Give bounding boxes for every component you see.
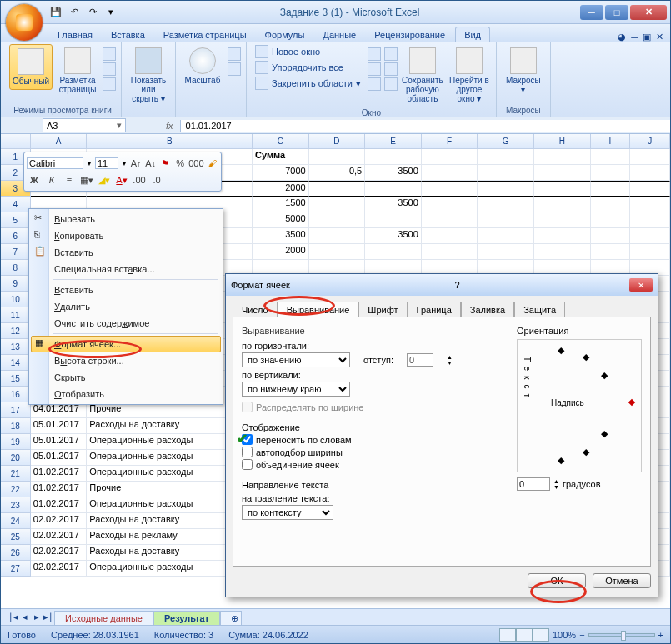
borders-icon[interactable]: ▦▾: [79, 172, 94, 187]
zoom-selection-icon[interactable]: [228, 62, 241, 76]
view-mode-layout[interactable]: [516, 628, 533, 642]
orient-handle[interactable]: [628, 399, 635, 406]
sheet-tab-new[interactable]: ⊕: [220, 611, 242, 626]
format-painter-icon[interactable]: 🖌: [206, 156, 218, 171]
view-mode-normal[interactable]: [499, 628, 516, 642]
ctx-format-cells[interactable]: ▦Формат ячеек...: [31, 336, 221, 352]
zoom-out[interactable]: −: [579, 630, 584, 640]
qat-more[interactable]: ▾: [103, 4, 119, 21]
sheet-nav-next[interactable]: ▸: [31, 612, 43, 623]
ctx-clear[interactable]: Очистить содержимое: [31, 315, 221, 332]
select-vertical[interactable]: по нижнему краю: [242, 382, 350, 397]
chk-merge[interactable]: [242, 459, 253, 470]
tab-review[interactable]: Рецензирование: [366, 27, 453, 42]
decrease-decimal-icon[interactable]: .0: [149, 172, 164, 187]
office-button[interactable]: [6, 4, 43, 41]
freeze-panes[interactable]: Закрепить области ▾: [252, 76, 364, 91]
sheet-tab-source[interactable]: Исходные данные: [54, 611, 153, 625]
window-hide-icon[interactable]: [368, 62, 381, 76]
help-icon[interactable]: ◕: [618, 32, 626, 42]
zoom-100-icon[interactable]: [228, 47, 241, 61]
save-workspace[interactable]: Сохранить рабочую область: [401, 44, 444, 107]
view-normal[interactable]: Обычный: [9, 44, 53, 90]
show-hide[interactable]: Показать или скрыть ▾: [127, 44, 170, 107]
macros[interactable]: Макросы ▾: [502, 44, 545, 97]
qat-save[interactable]: 💾: [48, 4, 64, 21]
view-pagelayout[interactable]: Разметка страницы: [56, 44, 99, 97]
new-window[interactable]: Новое окно: [252, 44, 364, 59]
sheet-nav-first[interactable]: ∣◂: [8, 612, 19, 623]
select-horizontal[interactable]: по значению: [242, 352, 350, 367]
tab-insert[interactable]: Вставка: [103, 27, 153, 42]
ctx-delete[interactable]: Удалить: [31, 298, 221, 315]
fill-color-icon[interactable]: ◢▾: [97, 172, 112, 187]
window-split-icon[interactable]: [368, 47, 381, 61]
dtab-alignment[interactable]: Выравнивание: [278, 302, 359, 317]
view-pagebreak-icon[interactable]: [103, 47, 116, 61]
percent-icon[interactable]: %: [174, 156, 187, 171]
window-resetpos-icon[interactable]: [384, 77, 398, 91]
window-unhide-icon[interactable]: [368, 77, 381, 91]
cancel-button[interactable]: Отмена: [593, 573, 651, 588]
ctx-paste[interactable]: 📋Вставить: [31, 244, 221, 261]
formula-input[interactable]: 01.01.2017: [180, 120, 670, 132]
window-syncscroll-icon[interactable]: [384, 62, 398, 76]
dtab-fill[interactable]: Заливка: [461, 302, 514, 317]
ctx-cut[interactable]: ✂Вырезать: [31, 211, 221, 227]
name-box[interactable]: A3▾: [43, 118, 126, 132]
ctx-row-height[interactable]: Высота строки...: [31, 352, 221, 369]
dialog-close[interactable]: ✕: [629, 278, 653, 292]
qat-redo[interactable]: ↷: [84, 4, 101, 21]
comma-icon[interactable]: 000: [188, 156, 203, 171]
tab-view[interactable]: Вид: [455, 27, 490, 42]
align-center-icon[interactable]: ≡: [62, 172, 77, 187]
mdi-close[interactable]: ✕: [656, 32, 663, 42]
bold-icon[interactable]: Ж: [27, 172, 42, 187]
close-button[interactable]: ✕: [630, 5, 667, 20]
shrink-font-icon[interactable]: A↓: [144, 156, 157, 171]
tab-data[interactable]: Данные: [314, 27, 364, 42]
sheet-nav-prev[interactable]: ◂: [19, 612, 31, 623]
minimize-button[interactable]: ─: [580, 5, 603, 20]
switch-windows[interactable]: Перейти в другое окно ▾: [448, 44, 491, 107]
fx-icon[interactable]: fx: [159, 121, 180, 131]
zoom[interactable]: Масштаб: [181, 44, 224, 88]
italic-icon[interactable]: К: [44, 172, 59, 187]
mini-font[interactable]: [27, 157, 83, 169]
zoom-slider[interactable]: [588, 633, 655, 637]
mdi-min[interactable]: ─: [631, 32, 638, 42]
dtab-border[interactable]: Граница: [408, 302, 461, 317]
window-sidebyside-icon[interactable]: [384, 47, 398, 61]
increase-decimal-icon[interactable]: .00: [132, 172, 147, 187]
zoom-in[interactable]: +: [658, 630, 663, 640]
dtab-font[interactable]: Шрифт: [358, 302, 407, 317]
grow-font-icon[interactable]: A↑: [130, 156, 143, 171]
view-fullscreen-icon[interactable]: [103, 77, 116, 91]
mdi-restore[interactable]: ▣: [643, 32, 651, 42]
font-color-icon[interactable]: A▾: [114, 172, 129, 187]
ctx-paste-special[interactable]: Специальная вставка...: [31, 261, 221, 277]
ok-button[interactable]: ОК: [528, 573, 586, 588]
accounting-format-icon[interactable]: ⚑: [159, 156, 172, 171]
tab-formulas[interactable]: Формулы: [257, 27, 313, 42]
sheet-tab-result[interactable]: Результат: [153, 611, 220, 625]
arrange-all[interactable]: Упорядочить все: [252, 60, 364, 75]
maximize-button[interactable]: □: [605, 5, 628, 20]
sheet-nav-last[interactable]: ▸∣: [43, 612, 54, 623]
dialog-help-icon[interactable]: ?: [454, 280, 459, 290]
chk-shrink[interactable]: [242, 447, 253, 457]
ctx-unhide[interactable]: Отобразить: [31, 386, 221, 402]
dtab-number[interactable]: Число: [233, 302, 278, 317]
tab-home[interactable]: Главная: [49, 27, 101, 42]
view-mode-break[interactable]: [533, 628, 549, 642]
qat-undo[interactable]: ↶: [66, 4, 83, 21]
input-indent[interactable]: [407, 353, 433, 367]
ctx-insert[interactable]: Вставить: [31, 282, 221, 298]
dialog-titlebar[interactable]: Формат ячеек ? ✕: [226, 274, 658, 296]
tab-pagelayout[interactable]: Разметка страницы: [155, 27, 255, 42]
input-degrees[interactable]: [517, 477, 550, 491]
zoom-level[interactable]: 100%: [553, 630, 576, 640]
mini-size[interactable]: [95, 157, 118, 169]
orientation-control[interactable]: Текст Надпись ◆ ◆ ◆ ◆ ◆ ◆: [517, 339, 642, 472]
view-custom-icon[interactable]: [103, 62, 116, 76]
